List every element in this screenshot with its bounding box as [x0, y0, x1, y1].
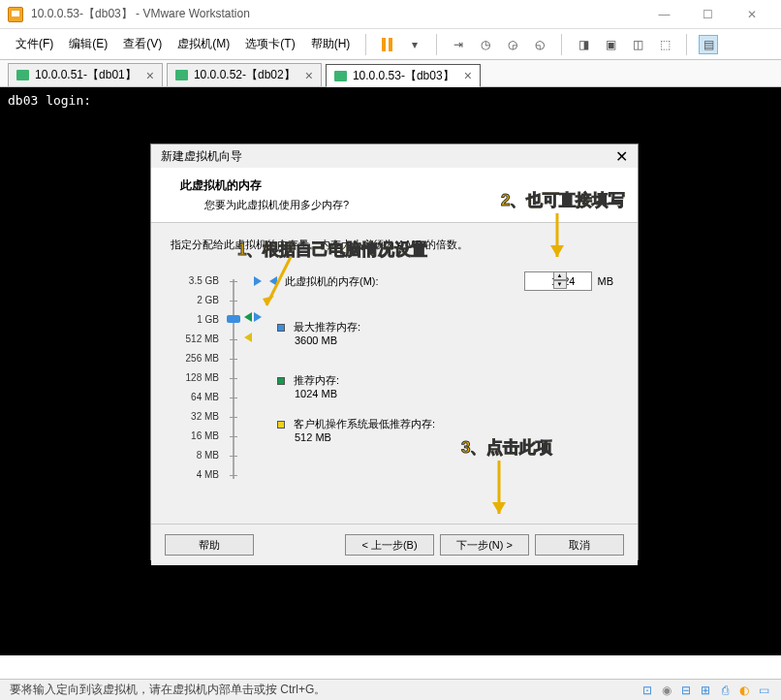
yellow-square-icon	[277, 421, 285, 429]
menu-view[interactable]: 查看(V)	[115, 30, 170, 58]
current-marker-icon	[254, 312, 262, 322]
max-rec-block: 最大推荐内存: 3600 MB	[277, 320, 360, 346]
dialog-header-subtitle: 您要为此虚拟机使用多少内存?	[180, 198, 609, 212]
dialog-footer: 帮助 < 上一步(B) 下一步(N) > 取消	[151, 524, 638, 565]
dialog-header-title: 此虚拟机的内存	[180, 177, 609, 194]
slider-thumb[interactable]	[227, 315, 240, 323]
dialog-titlebar: 新建虚拟机向导 ✕	[151, 144, 638, 168]
display-icon[interactable]: ▭	[756, 683, 771, 698]
new-vm-wizard-dialog: 新建虚拟机向导 ✕ 此虚拟机的内存 您要为此虚拟机使用多少内存? 指定分配给此虚…	[150, 143, 639, 560]
memory-label-row: 此虚拟机的内存(M):	[269, 271, 379, 291]
rec-marker-icon	[244, 312, 252, 322]
slider-tick-labels: 3.5 GB 2 GB 1 GB 512 MB 256 MB 128 MB 64…	[171, 271, 219, 485]
pause-button[interactable]	[378, 35, 397, 54]
menu-help[interactable]: 帮助(H)	[303, 30, 359, 58]
blue-square-icon	[277, 324, 285, 332]
tab-db02[interactable]: 10.0.0.52-【db02】 ×	[167, 63, 322, 86]
cd-icon[interactable]: ◉	[659, 683, 674, 698]
status-icons: ⊡ ◉ ⊟ ⊞ ⎙ ◐ ▭	[640, 683, 771, 698]
dialog-header: 此虚拟机的内存 您要为此虚拟机使用多少内存?	[151, 168, 638, 223]
memory-slider-area: 3.5 GB 2 GB 1 GB 512 MB 256 MB 128 MB 64…	[171, 271, 242, 485]
window-titlebar: 10.0.0.53-【db03】 - VMware Workstation — …	[0, 0, 781, 29]
tab-db01[interactable]: 10.0.0.51-【db01】 ×	[8, 63, 163, 86]
sound-icon[interactable]: ◐	[736, 683, 752, 698]
close-button[interactable]: ✕	[730, 0, 773, 29]
menubar: 文件(F) 编辑(E) 查看(V) 虚拟机(M) 选项卡(T) 帮助(H) ▾ …	[0, 29, 781, 60]
printer-icon[interactable]: ⎙	[717, 683, 733, 698]
maximize-button[interactable]: ☐	[686, 0, 730, 29]
floppy-icon[interactable]: ⊟	[678, 683, 694, 698]
terminal-prompt: db03 login:	[8, 93, 91, 108]
minimize-button[interactable]: —	[642, 0, 686, 29]
menu-edit[interactable]: 编辑(E)	[61, 30, 115, 58]
tab-label: 10.0.0.53-【db03】	[353, 68, 454, 84]
dropdown-icon[interactable]: ▾	[405, 35, 424, 54]
help-button[interactable]: 帮助	[165, 534, 254, 556]
menu-vm[interactable]: 虚拟机(M)	[170, 30, 237, 58]
vm-icon	[16, 70, 29, 80]
disk-icon[interactable]: ⊡	[640, 683, 655, 698]
rec-block: 推荐内存: 1024 MB	[277, 373, 339, 399]
next-button[interactable]: 下一步(N) >	[440, 534, 529, 556]
vm-icon	[175, 70, 188, 80]
thumbnail-icon[interactable]: ◫	[628, 35, 647, 54]
tab-label: 10.0.0.51-【db01】	[35, 67, 137, 83]
memory-field-label: 此虚拟机的内存(M):	[285, 274, 379, 289]
tab-db03[interactable]: 10.0.0.53-【db03】 ×	[326, 64, 481, 87]
window-title: 10.0.0.53-【db03】 - VMware Workstation	[31, 6, 642, 22]
snapshot-manage-icon[interactable]: ◶	[503, 35, 522, 54]
min-marker-icon	[244, 333, 252, 342]
menu-tabs[interactable]: 选项卡(T)	[237, 30, 302, 58]
max-marker-icon	[254, 276, 262, 286]
send-keys-icon[interactable]: ⇥	[449, 35, 468, 54]
dialog-close-icon[interactable]: ✕	[615, 147, 628, 166]
revert-icon[interactable]: ◵	[530, 35, 549, 54]
memory-decrease-button[interactable]: ▼	[553, 280, 567, 289]
close-icon[interactable]: ×	[464, 69, 472, 82]
menu-file[interactable]: 文件(F)	[8, 30, 61, 58]
back-button[interactable]: < 上一步(B)	[345, 534, 434, 556]
body-instruction: 指定分配给此虚拟机的内存量。内存大小必须为 4 MB 的倍数。	[171, 238, 618, 252]
close-icon[interactable]: ×	[305, 69, 313, 82]
min-rec-block: 客户机操作系统最低推荐内存: 512 MB	[277, 417, 435, 443]
vm-icon	[334, 71, 347, 81]
network-icon[interactable]: ⊞	[698, 683, 713, 698]
tab-bar: 10.0.0.51-【db01】 × 10.0.0.52-【db02】 × 10…	[0, 60, 781, 87]
cancel-button[interactable]: 取消	[535, 534, 624, 556]
app-icon	[8, 7, 23, 22]
statusbar: 要将输入定向到该虚拟机，请在虚拟机内部单击或按 Ctrl+G。 ⊡ ◉ ⊟ ⊞ …	[0, 679, 781, 700]
memory-input-row: ▲ ▼ MB	[524, 271, 614, 291]
snapshot-icon[interactable]: ◷	[476, 35, 495, 54]
unity-icon[interactable]: ▣	[601, 35, 620, 54]
green-square-icon	[277, 377, 285, 385]
fullscreen-icon[interactable]: ◨	[574, 35, 593, 54]
status-text: 要将输入定向到该虚拟机，请在虚拟机内部单击或按 Ctrl+G。	[10, 682, 640, 698]
close-icon[interactable]: ×	[146, 69, 154, 82]
memory-unit: MB	[598, 275, 614, 287]
dialog-title: 新建虚拟机向导	[161, 148, 615, 165]
dialog-body: 指定分配给此虚拟机的内存量。内存大小必须为 4 MB 的倍数。 3.5 GB 2…	[151, 223, 638, 524]
triangle-icon	[269, 276, 277, 286]
memory-slider[interactable]	[225, 271, 242, 485]
memory-increase-button[interactable]: ▲	[553, 271, 567, 280]
tab-label: 10.0.0.52-【db02】	[194, 67, 296, 83]
library-icon[interactable]: ▤	[699, 35, 718, 54]
stretch-icon[interactable]: ⬚	[655, 35, 674, 54]
